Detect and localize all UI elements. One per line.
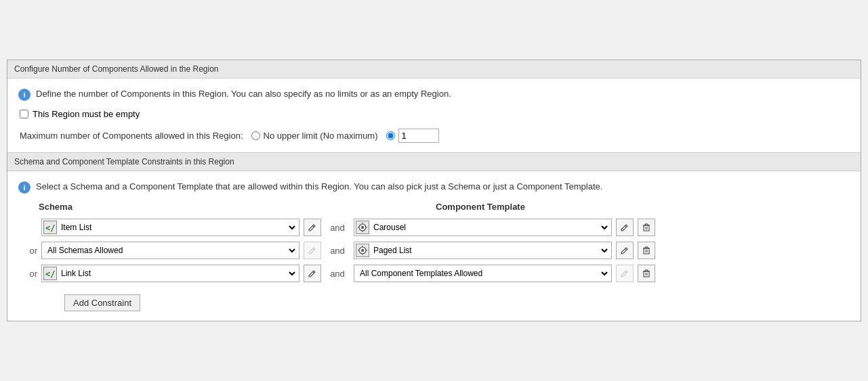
row1-component-select[interactable]: Carousel <box>369 219 610 236</box>
svg-rect-24 <box>644 248 649 254</box>
row1-component-container: Carousel <box>354 219 612 236</box>
row1-component-edit-btn[interactable] <box>616 219 634 236</box>
empty-region-label: This Region must be empty <box>33 109 140 119</box>
row3-schema-icon: </> <box>43 267 57 280</box>
section2-info-text: Select a Schema and a Component Template… <box>36 181 602 193</box>
section1-info-row: i Define the number of Components in thi… <box>18 88 850 101</box>
row3-component-edit-btn[interactable] <box>616 265 634 282</box>
no-limit-label: No upper limit (No maximum) <box>264 131 378 141</box>
row1-delete-btn[interactable] <box>638 219 655 236</box>
svg-line-23 <box>625 249 627 250</box>
row2-component-edit-btn[interactable] <box>616 242 634 259</box>
svg-line-1 <box>313 226 314 227</box>
section1-title: Configure Number of Components Allowed i… <box>14 64 219 74</box>
svg-point-18 <box>361 249 364 252</box>
row2-prefix: or <box>18 246 37 256</box>
info-icon-1: i <box>18 89 30 101</box>
constraint-row-1: </> Item List and <box>18 219 850 236</box>
row2-component-icon <box>356 244 369 257</box>
svg-point-3 <box>361 226 364 229</box>
svg-rect-9 <box>644 225 649 231</box>
max-number-input[interactable] <box>398 129 439 143</box>
row1-schema-edit-btn[interactable] <box>304 219 321 236</box>
svg-line-8 <box>625 226 627 227</box>
add-constraint-area: Add Constraint <box>41 288 850 311</box>
row3-prefix: or <box>18 269 37 279</box>
row2-delete-btn[interactable] <box>638 242 655 259</box>
row3-delete-btn[interactable] <box>638 265 655 282</box>
svg-text:</>: </> <box>45 269 55 278</box>
row2-schema-select[interactable]: All Schemas Allowed <box>43 242 297 259</box>
section2-title: Schema and Component Template Constraint… <box>14 157 234 166</box>
row2-schema-edit-btn[interactable] <box>304 242 321 259</box>
max-components-label: Maximum number of Components allowed in … <box>20 131 243 141</box>
svg-line-32 <box>313 272 314 273</box>
row1-schema-icon: </> <box>43 221 57 234</box>
no-limit-option: No upper limit (No maximum) <box>251 131 378 141</box>
row3-component-container: All Component Templates Allowed <box>354 265 612 282</box>
row2-and-label: and <box>325 246 350 256</box>
row3-schema-select[interactable]: Link List <box>57 265 297 282</box>
constraint-row-3: or </> Link List and <box>18 265 850 282</box>
row2-component-select[interactable]: Paged List <box>369 242 610 259</box>
row1-schema-select[interactable]: Item List <box>57 219 297 236</box>
number-limit-option <box>386 129 439 143</box>
constraint-row-2: or All Schemas Allowed and <box>18 242 850 259</box>
info-icon-2: i <box>18 181 30 194</box>
section1-info-text: Define the number of Components in this … <box>36 88 451 100</box>
add-constraint-button[interactable]: Add Constraint <box>64 294 140 311</box>
row1-and-label: and <box>325 223 350 233</box>
row1-component-icon <box>356 221 369 234</box>
row2-schema-container: All Schemas Allowed <box>41 242 299 259</box>
empty-region-checkbox[interactable] <box>20 110 28 118</box>
component-col-header: Component Template <box>436 202 525 212</box>
svg-rect-34 <box>644 271 649 277</box>
row3-schema-container: </> Link List <box>41 265 299 282</box>
svg-line-33 <box>625 272 627 273</box>
section2-header: Schema and Component Template Constraint… <box>7 153 861 171</box>
row3-component-select[interactable]: All Component Templates Allowed <box>356 265 610 282</box>
max-components-row: Maximum number of Components allowed in … <box>20 129 850 143</box>
svg-line-16 <box>313 249 314 250</box>
svg-text:</>: </> <box>45 223 55 232</box>
row2-component-container: Paged List <box>354 242 612 259</box>
row3-and-label: and <box>325 269 350 279</box>
empty-region-row: This Region must be empty <box>20 109 850 119</box>
constraints-body: i Select a Schema and a Component Templa… <box>7 171 861 321</box>
main-container: Configure Number of Components Allowed i… <box>7 60 861 321</box>
section2-info-row: i Select a Schema and a Component Templa… <box>18 181 850 194</box>
number-limit-radio[interactable] <box>386 131 395 140</box>
row1-schema-container: </> Item List <box>41 219 299 236</box>
section1-body: i Define the number of Components in thi… <box>7 79 861 152</box>
schema-col-header: Schema <box>39 202 364 212</box>
columns-header: Schema Component Template <box>39 202 850 212</box>
no-limit-radio[interactable] <box>251 131 260 140</box>
row3-schema-edit-btn[interactable] <box>304 265 321 282</box>
section1-header: Configure Number of Components Allowed i… <box>7 60 861 79</box>
